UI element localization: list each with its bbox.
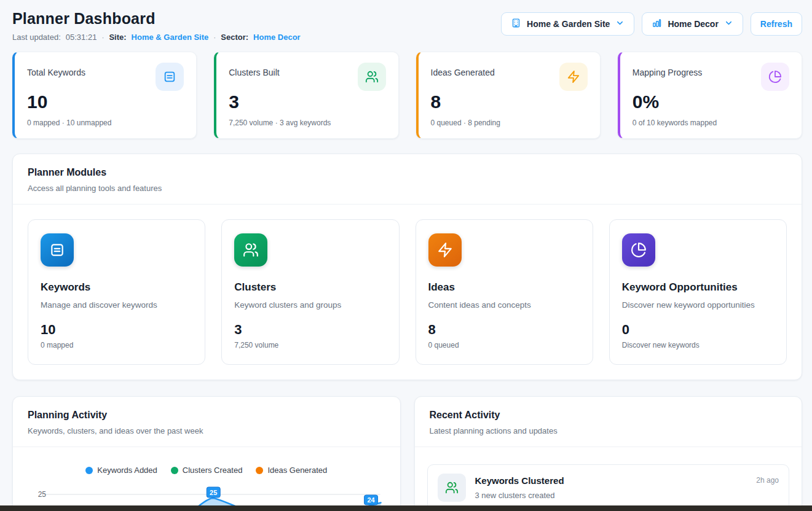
recent-activity-header: Recent Activity Latest planning actions … xyxy=(415,397,802,447)
activity-item-keywords-clustered: Keywords Clustered 3 new clusters create… xyxy=(427,464,790,511)
planner-modules-header: Planner Modules Access all planning tool… xyxy=(13,154,802,205)
header-actions: Home & Garden Site Home Decor Refresh xyxy=(501,12,802,36)
stat-value: 3 xyxy=(229,91,385,113)
module-sub: Discover new keywords xyxy=(622,341,774,349)
recent-activity-list: Keywords Clustered 3 new clusters create… xyxy=(415,447,802,511)
file-text-icon xyxy=(156,63,184,91)
bar-chart-icon xyxy=(652,18,662,30)
sector-label: Sector: xyxy=(221,33,248,42)
module-description: Keyword clusters and groups xyxy=(234,300,386,310)
planning-activity-title: Planning Activity xyxy=(28,410,385,421)
chevron-down-icon xyxy=(724,18,733,29)
chart-legend: Keywords Added Clusters Created Ideas Ge… xyxy=(28,466,385,475)
module-value: 3 xyxy=(234,322,386,338)
module-title: Clusters xyxy=(234,281,386,294)
stat-label: Mapping Progress xyxy=(633,68,703,77)
stat-card-mapping-progress: Mapping Progress 0% 0 of 10 keywords map… xyxy=(618,52,802,139)
module-card-keyword-opportunities[interactable]: Keyword Opportunities Discover new keywo… xyxy=(609,219,787,365)
page-header: Planner Dashboard Last updated: 05:31:21… xyxy=(12,10,802,42)
pie-chart-icon xyxy=(622,233,655,267)
legend-dot xyxy=(256,467,263,474)
stat-sub: 7,250 volume · 3 avg keywords xyxy=(229,119,385,127)
module-sub: 0 queued xyxy=(428,341,580,349)
activity-item-title: Keywords Clustered xyxy=(475,475,747,486)
y-axis-tick-25: 25 xyxy=(38,490,47,499)
modules-grid: Keywords Manage and discover keywords 10… xyxy=(13,205,802,380)
module-card-clusters[interactable]: Clusters Keyword clusters and groups 3 7… xyxy=(221,219,399,365)
planning-activity-subtitle: Keywords, clusters, and ideas over the p… xyxy=(28,426,385,435)
site-selector-dropdown[interactable]: Home & Garden Site xyxy=(501,12,634,36)
planning-activity-header: Planning Activity Keywords, clusters, an… xyxy=(13,397,400,447)
activity-item-content: Keywords Clustered 3 new clusters create… xyxy=(475,474,747,500)
activity-line-chart: 25 25 24 xyxy=(28,483,385,509)
stat-value: 10 xyxy=(27,91,184,113)
stats-row: Total Keywords 10 0 mapped · 10 unmapped… xyxy=(12,52,802,139)
sector-link[interactable]: Home Decor xyxy=(253,33,301,42)
header-left: Planner Dashboard Last updated: 05:31:21… xyxy=(12,10,301,42)
svg-text:25: 25 xyxy=(210,489,217,496)
activity-item-time: 2h ago xyxy=(756,476,779,485)
site-label: Site: xyxy=(109,33,126,42)
stat-card-ideas-generated: Ideas Generated 8 0 queued · 8 pending xyxy=(416,52,601,139)
bottom-edge-bar xyxy=(0,505,812,511)
legend-label: Keywords Added xyxy=(97,466,157,475)
stat-sub: 0 mapped · 10 unmapped xyxy=(27,119,184,127)
sector-selector-dropdown[interactable]: Home Decor xyxy=(642,12,743,36)
stat-label: Ideas Generated xyxy=(431,68,495,77)
page-title: Planner Dashboard xyxy=(12,10,301,28)
zap-icon xyxy=(559,63,588,91)
site-selector-label: Home & Garden Site xyxy=(527,19,610,29)
header-meta: Last updated: 05:31:21 · Site: Home & Ga… xyxy=(12,33,301,42)
file-text-icon xyxy=(41,233,74,267)
data-label-25: 25 xyxy=(207,487,220,497)
sector-selector-label: Home Decor xyxy=(668,19,718,29)
legend-item-keywords-added: Keywords Added xyxy=(85,466,157,475)
data-label-24: 24 xyxy=(365,495,378,505)
module-card-ideas[interactable]: Ideas Content ideas and concepts 8 0 que… xyxy=(416,219,593,365)
stat-label: Clusters Built xyxy=(229,68,279,77)
legend-label: Ideas Generated xyxy=(267,466,327,475)
stat-sub: 0 queued · 8 pending xyxy=(431,119,588,127)
planner-modules-subtitle: Access all planning tools and features xyxy=(28,184,787,193)
bottom-row: Planning Activity Keywords, clusters, an… xyxy=(12,396,802,511)
planning-activity-panel: Planning Activity Keywords, clusters, an… xyxy=(12,396,401,511)
refresh-button[interactable]: Refresh xyxy=(751,12,802,36)
svg-text:24: 24 xyxy=(367,496,375,504)
users-icon xyxy=(438,474,466,502)
last-updated-label: Last updated: xyxy=(12,33,61,42)
stat-label: Total Keywords xyxy=(27,68,85,77)
legend-label: Clusters Created xyxy=(183,466,243,475)
legend-dot xyxy=(171,467,178,474)
chevron-down-icon xyxy=(615,18,625,29)
users-icon xyxy=(358,63,386,91)
planner-modules-panel: Planner Modules Access all planning tool… xyxy=(12,154,802,380)
module-description: Manage and discover keywords xyxy=(41,300,192,310)
module-value: 0 xyxy=(622,322,774,338)
stat-sub: 0 of 10 keywords mapped xyxy=(633,119,789,127)
stat-card-clusters-built: Clusters Built 3 7,250 volume · 3 avg ke… xyxy=(214,52,398,139)
users-icon xyxy=(234,233,267,267)
activity-item-description: 3 new clusters created xyxy=(475,491,747,500)
legend-item-ideas-generated: Ideas Generated xyxy=(256,466,327,475)
stat-value: 0% xyxy=(633,91,789,113)
building-icon xyxy=(511,18,521,30)
module-title: Ideas xyxy=(428,281,580,294)
module-sub: 0 mapped xyxy=(41,341,192,349)
zap-icon xyxy=(428,233,462,267)
stat-card-total-keywords: Total Keywords 10 0 mapped · 10 unmapped xyxy=(12,52,197,139)
module-card-keywords[interactable]: Keywords Manage and discover keywords 10… xyxy=(28,219,205,365)
meta-separator: · xyxy=(101,33,104,42)
planning-activity-chart: Keywords Added Clusters Created Ideas Ge… xyxy=(13,447,400,509)
module-value: 10 xyxy=(41,322,192,338)
meta-separator: · xyxy=(213,33,216,42)
module-title: Keywords xyxy=(41,281,192,294)
recent-activity-panel: Recent Activity Latest planning actions … xyxy=(414,396,803,511)
module-value: 8 xyxy=(428,322,580,338)
planner-modules-title: Planner Modules xyxy=(28,167,787,178)
legend-item-clusters-created: Clusters Created xyxy=(171,466,243,475)
recent-activity-subtitle: Latest planning actions and updates xyxy=(430,426,787,435)
module-title: Keyword Opportunities xyxy=(622,281,774,294)
recent-activity-title: Recent Activity xyxy=(430,410,787,421)
pie-chart-icon xyxy=(761,63,789,91)
site-link[interactable]: Home & Garden Site xyxy=(132,33,209,42)
